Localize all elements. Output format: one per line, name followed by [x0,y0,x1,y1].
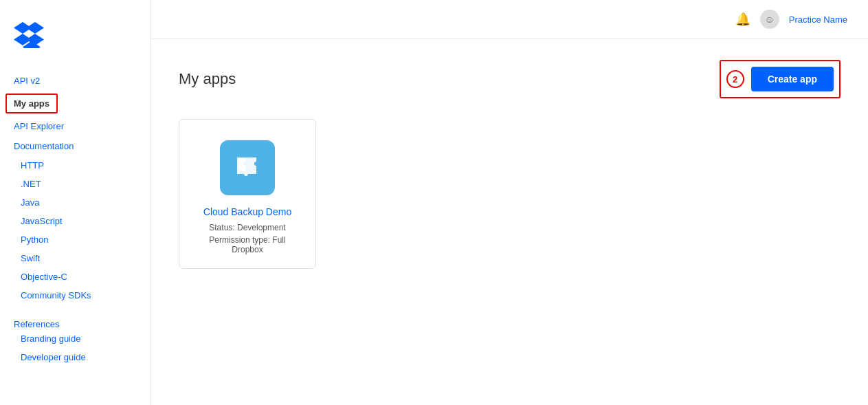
sidebar-item-documentation[interactable]: Documentation [0,136,151,156]
sidebar-item-dotnet[interactable]: .NET [0,175,151,193]
logo[interactable] [0,14,151,71]
sidebar-item-brandingguid[interactable]: Branding guide [0,329,151,348]
sidebar-item-apiv2[interactable]: API v2 [0,71,151,91]
sidebar-item-java[interactable]: Java [0,193,151,212]
sidebar: API v2 1 My apps API Explorer Documentat… [0,0,151,405]
header: 🔔 ☺ Practice Name [151,0,868,39]
sidebar-item-http[interactable]: HTTP [0,156,151,175]
bell-icon[interactable]: 🔔 [735,12,750,27]
create-app-section: 2 Create app [720,60,841,98]
app-name: Cloud Backup Demo [203,206,291,217]
sidebar-nav: API v2 1 My apps API Explorer Documentat… [0,71,151,366]
sidebar-item-swift[interactable]: Swift [0,249,151,267]
sidebar-item-python[interactable]: Python [0,230,151,249]
apps-grid: Cloud Backup Demo Status: Development Pe… [179,119,841,269]
sidebar-item-javascript[interactable]: JavaScript [0,212,151,230]
sidebar-references-label[interactable]: References [0,309,73,332]
sidebar-item-developerguid[interactable]: Developer guide [0,348,151,366]
puzzle-icon [230,151,265,185]
avatar[interactable]: ☺ [760,10,779,29]
create-app-button[interactable]: Create app [751,67,834,91]
sidebar-item-communitysdks[interactable]: Community SDKs [0,286,151,305]
sidebar-item-apiexplorer[interactable]: API Explorer [0,116,151,136]
app-permission: Permission type: Full Dropbox [193,235,302,254]
content-header: My apps 2 Create app [179,60,841,98]
page-title: My apps [179,70,236,88]
page-content: My apps 2 Create app [151,39,868,405]
username-label[interactable]: Practice Name [789,14,847,25]
main-content: 🔔 ☺ Practice Name My apps 2 Create app [151,0,868,405]
app-icon-wrapper [220,140,275,195]
step2-badge: 2 [726,70,744,88]
sidebar-item-myapps[interactable]: My apps [5,94,58,113]
app-card[interactable]: Cloud Backup Demo Status: Development Pe… [179,119,316,269]
sidebar-item-objectivec[interactable]: Objective-C [0,267,151,286]
app-status: Status: Development [209,223,285,232]
